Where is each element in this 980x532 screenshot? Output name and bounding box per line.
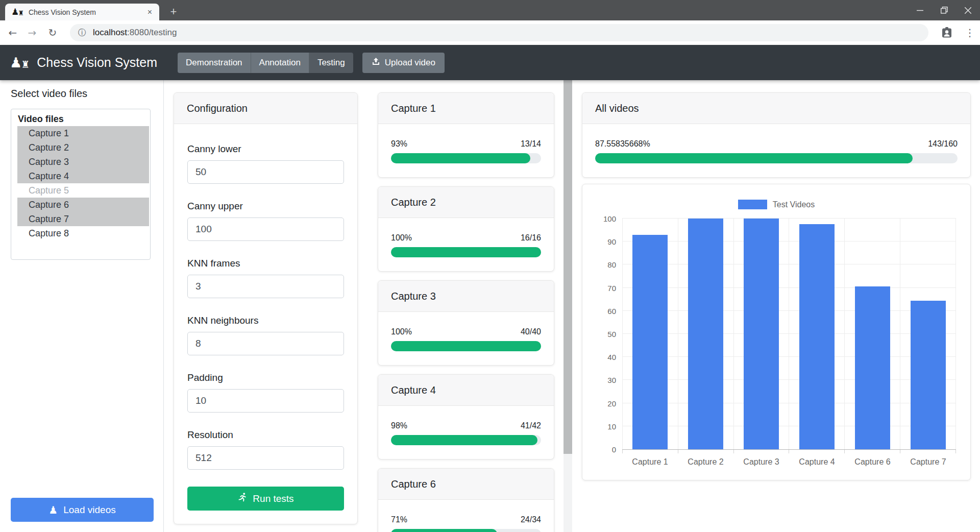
sidebar: Select video files Video files Capture 1… [0,80,164,532]
video-file-option[interactable]: Capture 7 [17,212,149,226]
capture-progress-fill [391,435,537,445]
chart-x-tick [734,450,790,453]
video-file-option[interactable]: Capture 8 [17,226,149,240]
nav-button-group: DemonstrationAnnotationTesting [178,53,353,73]
app-title: Chess Vision System [37,55,157,70]
chart-bar [632,235,668,449]
close-button[interactable] [956,0,980,20]
capture-card: Capture 1 93% 13/14 [378,92,554,178]
capture-percent: 93% [391,139,407,149]
video-file-option[interactable]: Capture 3 [17,155,149,169]
upload-video-button[interactable]: Upload video [362,53,445,73]
config-field-input[interactable] [187,389,344,413]
chess-favicon-icon: ♟♜ [11,8,24,16]
config-field: KNN neighbours [187,315,344,355]
capture-ratio: 13/14 [521,139,541,149]
nav-tab-annotation[interactable]: Annotation [251,53,309,73]
capture-progressbar [391,247,541,257]
tab-title: Chess Vision System [29,8,146,16]
config-field-label: Padding [187,372,344,383]
video-file-option: Capture 5 [17,183,149,198]
chart-bar [744,219,779,449]
capture-progress-fill [391,529,497,532]
video-files-listbox[interactable]: Video files Capture 1Capture 2Capture 3C… [11,109,151,260]
chart-y-tick-label: 10 [591,422,616,431]
browser-tab[interactable]: ♟♜ Chess Vision System × [5,4,159,20]
config-field-label: Canny upper [187,201,344,212]
chart-y-tick-label: 60 [591,307,616,316]
config-field-input[interactable] [187,160,344,184]
chart-y-tick-label: 50 [591,330,616,338]
all-videos-card: All videos 87.55835668% 143/160 [582,92,971,178]
chart-bar [688,219,723,449]
chart-x-tick-label: Capture 4 [789,457,845,467]
chart-y-tick-label: 30 [591,376,616,384]
nav-tab-testing[interactable]: Testing [309,53,353,73]
capture-progressbar [391,341,541,351]
config-field-input[interactable] [187,275,344,298]
forward-icon[interactable]: → [23,20,41,45]
chart-x-tick-label: Capture 1 [622,457,678,467]
page-info-icon[interactable]: ⓘ [78,28,86,38]
nav-tab-demonstration[interactable]: Demonstration [178,53,251,73]
tab-close-icon[interactable]: × [146,8,153,17]
all-videos-progress-fill [595,153,913,163]
menu-dots-icon[interactable]: ⋮ [963,25,976,41]
sidebar-title: Select video files [11,88,87,100]
scrollbar-thumb[interactable] [564,80,572,454]
chart-y-tick-label: 70 [591,284,616,293]
capture-ratio: 16/16 [521,233,541,243]
video-file-option[interactable]: Capture 4 [17,169,149,183]
url-host: localhost [93,28,127,38]
address-bar[interactable]: ⓘ localhost:8080/testing [70,24,928,41]
capture-card-title: Capture 1 [378,93,554,124]
capture-percent: 100% [391,233,412,243]
back-icon[interactable]: ← [4,20,21,45]
browser-window: ♟♜ Chess Vision System × + ← → ↻ ⓘ local… [0,0,980,532]
capture-card-title: Capture 6 [378,469,554,500]
chart-bar-slot [678,219,734,449]
config-field: Canny upper [187,201,344,241]
new-tab-button[interactable]: + [166,5,181,19]
chart-legend[interactable]: Test Videos [582,200,970,209]
restore-button[interactable] [932,0,956,20]
capture-card: Capture 3 100% 40/40 [378,280,554,366]
video-file-option[interactable]: Capture 2 [17,140,149,155]
chart-x-tick-label: Capture 6 [845,457,900,467]
config-field: Padding [187,372,344,413]
capture-progressbar [391,529,541,532]
pawn-icon: ♟ [48,505,58,515]
config-field-input[interactable] [187,332,344,355]
capture-card-title: Capture 2 [378,187,554,218]
chart-bar-slot [900,219,956,449]
capture-progress-fill [391,247,541,257]
config-field-label: Canny lower [187,143,344,155]
run-tests-button[interactable]: Run tests [187,487,344,511]
minimize-button[interactable] [908,0,932,20]
window-controls [908,0,980,20]
all-videos-progressbar [595,153,958,163]
video-file-option[interactable]: Capture 6 [17,198,149,212]
config-field-input[interactable] [187,446,344,470]
load-videos-button[interactable]: ♟ Load videos [11,498,154,522]
chart-x-tick-label: Capture 2 [678,457,733,467]
capture-ratio: 24/34 [521,515,541,524]
chart-y-tick-label: 20 [591,399,616,408]
chart-axis-ticks [622,450,956,453]
chart-bar-slot [622,219,678,449]
capture-card-title: Capture 4 [378,375,554,406]
chart-bar [855,286,890,449]
chart-x-tick [622,450,678,453]
config-field-input[interactable] [187,217,344,241]
config-field: Canny lower [187,143,344,184]
config-field-label: KNN frames [187,258,344,269]
chart-y-tick-label: 40 [591,353,616,361]
legend-swatch-icon [738,200,767,209]
capture-progress-fill [391,341,541,351]
capture-card-title: Capture 3 [378,281,554,312]
chart-x-tick-label: Capture 7 [900,457,956,467]
scrollbar-track[interactable] [564,80,572,532]
profile-icon[interactable] [939,25,955,41]
reload-icon[interactable]: ↻ [44,20,61,45]
video-file-option[interactable]: Capture 1 [17,126,149,140]
